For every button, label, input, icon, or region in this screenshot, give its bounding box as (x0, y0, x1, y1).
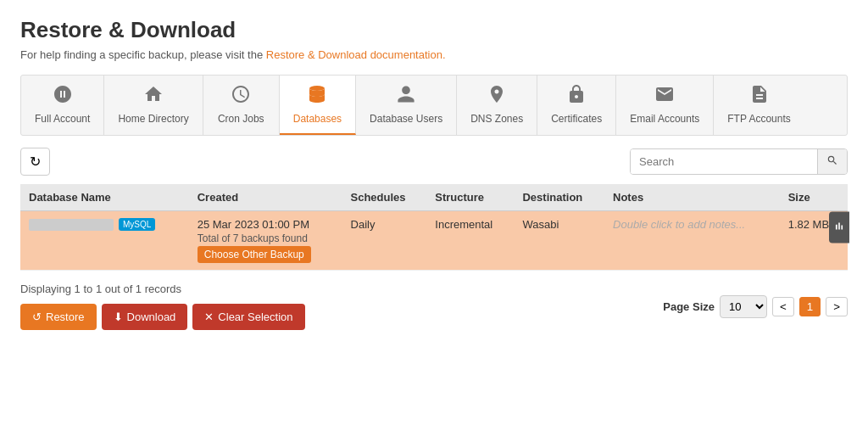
tab-home-directory[interactable]: Home Directory (104, 76, 203, 135)
database-users-icon (396, 84, 416, 109)
email-accounts-icon (654, 84, 675, 109)
help-text: For help finding a specific backup, plea… (20, 48, 848, 61)
tab-home-directory-label: Home Directory (118, 113, 188, 125)
cell-destination: Wasabi (514, 211, 604, 271)
page-size-select[interactable]: 10 25 50 100 (720, 295, 767, 318)
tab-database-users[interactable]: Database Users (356, 76, 457, 135)
page-size-label: Page Size (663, 300, 715, 313)
db-name-blurred (29, 219, 114, 231)
tab-dns-zones-label: DNS Zones (470, 113, 523, 125)
pagination: Page Size 10 25 50 100 < 1 > (663, 295, 848, 318)
page-title: Restore & Download (20, 17, 848, 43)
col-db-name: Database Name (20, 184, 189, 211)
tab-certificates-label: Certificates (551, 113, 602, 125)
tab-email-accounts-label: Email Accounts (630, 113, 699, 125)
tabs-bar: Full Account Home Directory Cron Jobs Da… (20, 75, 848, 136)
dns-zones-icon (487, 84, 507, 109)
tab-full-account[interactable]: Full Account (21, 76, 104, 135)
tab-dns-zones[interactable]: DNS Zones (457, 76, 537, 135)
help-link[interactable]: Restore & Download documentation. (266, 48, 446, 61)
col-structure: Structure (426, 184, 514, 211)
databases-icon (307, 84, 327, 109)
cell-notes[interactable]: Double click to add notes... (604, 211, 780, 271)
footer: Displaying 1 to 1 out of 1 records ↺ Res… (20, 283, 848, 330)
search-input[interactable] (631, 149, 817, 174)
tab-full-account-label: Full Account (35, 113, 90, 125)
prev-page-button[interactable]: < (772, 297, 794, 316)
cell-created: 25 Mar 2023 01:00 PM Total of 7 backups … (189, 211, 342, 271)
tab-email-accounts[interactable]: Email Accounts (616, 76, 714, 135)
backups-table: Database Name Created Schedules Structur… (20, 184, 848, 271)
backups-found: Total of 7 backups found (198, 232, 334, 244)
tab-certificates[interactable]: Certificates (537, 76, 616, 135)
full-account-icon (53, 84, 73, 109)
home-directory-icon (143, 84, 164, 109)
refresh-button[interactable]: ↻ (20, 148, 50, 176)
cell-schedules: Daily (342, 211, 427, 271)
tab-ftp-accounts-label: FTP Accounts (727, 113, 790, 125)
svg-point-0 (309, 86, 325, 91)
search-button[interactable] (817, 149, 847, 174)
certificates-icon (566, 84, 587, 109)
tab-cron-jobs[interactable]: Cron Jobs (203, 76, 280, 135)
created-date: 25 Mar 2023 01:00 PM (198, 218, 334, 231)
cell-structure: Incremental (426, 211, 514, 271)
next-page-button[interactable]: > (826, 297, 848, 316)
download-icon: ⬇ (114, 311, 123, 323)
col-schedules: Schedules (342, 184, 427, 211)
cell-db-name: MySQL (20, 211, 189, 271)
clear-selection-button[interactable]: ✕ Clear Selection (192, 304, 304, 330)
action-buttons: ↺ Restore ⬇ Download ✕ Clear Selection (20, 304, 305, 330)
notes-placeholder: Double click to add notes... (613, 218, 745, 231)
display-info: Displaying 1 to 1 out of 1 records (20, 283, 305, 295)
tab-cron-jobs-label: Cron Jobs (218, 113, 264, 125)
ftp-accounts-icon (749, 84, 770, 109)
restore-button[interactable]: ↺ Restore (20, 304, 97, 330)
table-row[interactable]: MySQL 25 Mar 2023 01:00 PM Total of 7 ba… (20, 211, 848, 271)
col-destination: Destination (514, 184, 604, 211)
cron-jobs-icon (231, 84, 251, 109)
choose-backup-button[interactable]: Choose Other Backup (198, 246, 311, 263)
tab-databases[interactable]: Databases (280, 76, 356, 135)
tab-databases-label: Databases (293, 113, 342, 125)
mysql-badge: MySQL (119, 218, 155, 231)
toolbar: ↻ (20, 148, 848, 176)
table-container: Database Name Created Schedules Structur… (20, 184, 848, 271)
table-header-row: Database Name Created Schedules Structur… (20, 184, 848, 211)
tab-ftp-accounts[interactable]: FTP Accounts (714, 76, 804, 135)
page-1-button[interactable]: 1 (799, 297, 821, 316)
search-box (630, 148, 848, 175)
download-button[interactable]: ⬇ Download (102, 304, 188, 330)
clear-icon: ✕ (204, 311, 214, 323)
col-notes: Notes (604, 184, 780, 211)
col-size: Size (780, 184, 848, 211)
side-stats-icon[interactable] (829, 212, 849, 243)
restore-icon: ↺ (32, 311, 42, 323)
col-created: Created (189, 184, 342, 211)
tab-database-users-label: Database Users (370, 113, 442, 125)
